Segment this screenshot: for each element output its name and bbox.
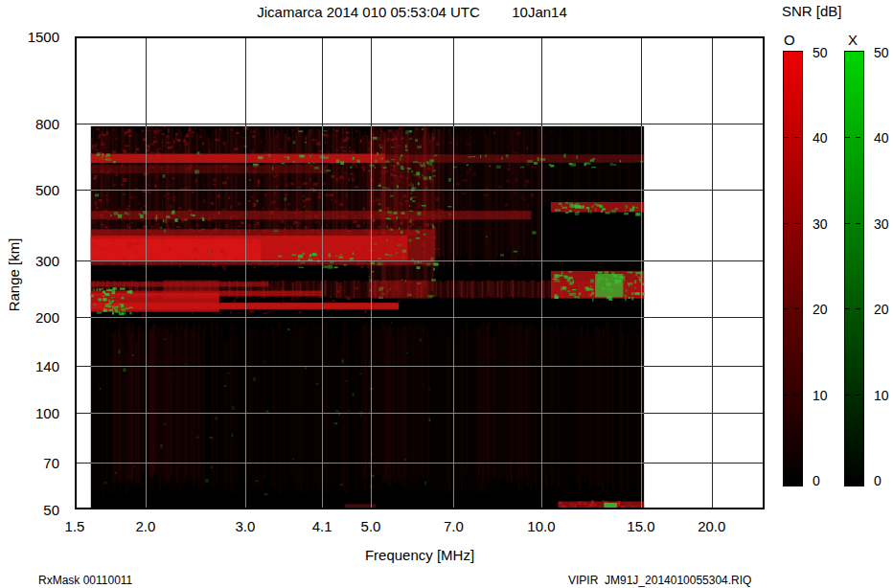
colorbar-tick-label: 50	[813, 45, 828, 60]
colorbar-tick-mark	[845, 223, 850, 224]
file-info-text: VIPIR JM91J_2014010055304.RIQ	[568, 574, 751, 587]
x-tick-label: 15.0	[627, 518, 654, 534]
y-tick-label: 50	[0, 502, 59, 518]
colorbar-tick-mark	[784, 308, 789, 309]
x-tick-label: 10.0	[527, 518, 555, 534]
colorbar-tick-label: 30	[874, 216, 889, 232]
y-tick-label: 1500	[0, 29, 59, 45]
x-tick-label: 1.5	[65, 518, 85, 534]
colorbar-tick-mark	[794, 137, 799, 138]
y-tick-label: 500	[0, 182, 59, 198]
x-tick-label: 4.1	[312, 518, 332, 534]
y-tick-label: 140	[0, 358, 59, 374]
colorbar-tick-mark	[856, 308, 860, 309]
colorbar-tick-mark	[845, 395, 850, 396]
colorbar-tick-label: 10	[813, 388, 828, 403]
y-tick-label: 70	[0, 455, 59, 471]
colorbar-tick-mark	[794, 223, 799, 224]
plot-title: Jicamarca 2014 010 05:53:04 UTC 10Jan14	[75, 4, 749, 20]
colorbar-tick-mark	[784, 223, 789, 224]
colorbar-tick-label: 20	[874, 302, 889, 317]
x-tick-label: 5.0	[361, 518, 381, 534]
colorbar-tick-label: 20	[813, 302, 828, 317]
colorbar-tick-mark	[856, 395, 860, 396]
ionogram-plot	[75, 36, 765, 509]
colorbar-tick-label: 0	[874, 473, 882, 488]
colorbar-title: SNR [dB]	[782, 3, 842, 19]
colorbar-tick-mark	[856, 223, 860, 224]
y-tick-label: 100	[0, 405, 59, 421]
y-axis-label: Range [km]	[6, 238, 22, 312]
colorbar-o-label: O	[784, 32, 795, 48]
colorbar-tick-label: 50	[874, 45, 889, 60]
colorbar-tick-mark	[845, 308, 850, 309]
y-tick-label: 300	[0, 253, 59, 269]
x-tick-label: 3.0	[235, 518, 255, 534]
x-tick-label: 2.0	[135, 518, 155, 534]
colorbar-x-label: X	[848, 32, 858, 48]
x-tick-label: 7.0	[444, 518, 464, 534]
rx-mask-text: RxMask 00110011	[38, 574, 132, 587]
colorbar-o	[783, 51, 803, 486]
colorbar-tick-mark	[794, 308, 799, 309]
colorbar-tick-label: 0	[813, 473, 820, 488]
y-tick-label: 800	[0, 116, 59, 132]
colorbar-x	[844, 51, 864, 486]
x-tick-label: 20.0	[698, 518, 725, 534]
colorbar-tick-mark	[794, 395, 799, 396]
ionogram-viewer: Jicamarca 2014 010 05:53:04 UTC 10Jan14 …	[0, 0, 893, 588]
y-tick-label: 200	[0, 309, 59, 326]
colorbar-tick-label: 10	[874, 388, 889, 403]
colorbar-tick-label: 30	[813, 216, 828, 232]
colorbar-tick-mark	[784, 395, 789, 396]
colorbar-tick-mark	[845, 137, 850, 138]
x-axis-label: Frequency [MHz]	[75, 547, 765, 563]
colorbar-tick-label: 40	[813, 130, 828, 146]
colorbar-tick-mark	[784, 137, 789, 138]
colorbar-tick-mark	[856, 137, 860, 138]
colorbar-tick-label: 40	[874, 130, 889, 146]
